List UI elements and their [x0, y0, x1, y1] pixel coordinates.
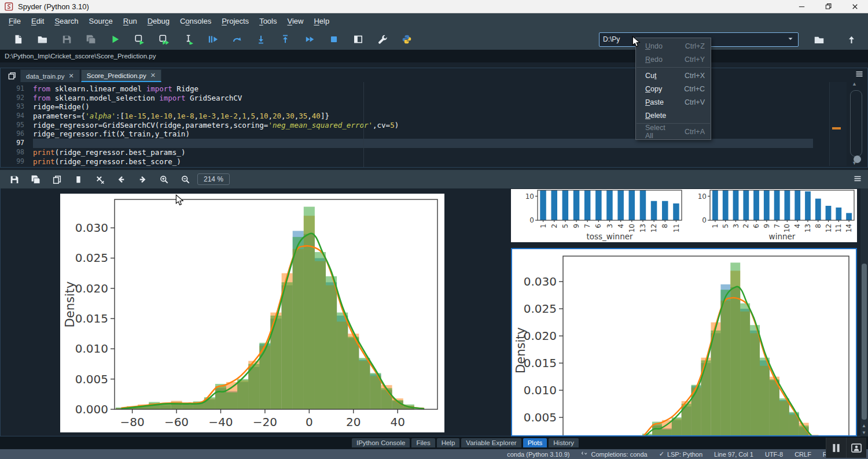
scroll-down-icon[interactable]: ▼ — [852, 160, 857, 166]
line-number: 91 — [1, 84, 33, 94]
menu-item-file[interactable]: File — [3, 15, 26, 27]
code-line-96[interactable]: 96ridge_regressor.fit(X_train,y_train) — [1, 129, 867, 139]
menu-item-help[interactable]: Help — [308, 15, 334, 27]
scroll-up-icon[interactable]: ▲ — [852, 81, 857, 87]
status-environment[interactable]: conda (Python 3.10.9) — [507, 451, 569, 458]
debug-step-into-button[interactable] — [249, 31, 273, 47]
minimize-button[interactable] — [788, 0, 815, 13]
pane-tab-files[interactable]: Files — [411, 438, 435, 447]
menu-item-consoles[interactable]: Consoles — [175, 15, 216, 27]
picture-viewer-icon[interactable] — [846, 438, 866, 458]
context-menu-item-paste[interactable]: PasteCtrl+V — [636, 95, 711, 109]
menu-item-view[interactable]: View — [282, 15, 308, 27]
context-menu-item-copy[interactable]: CopyCtrl+C — [636, 82, 711, 95]
menu-item-projects[interactable]: Projects — [216, 15, 254, 27]
svg-text:0: 0 — [702, 216, 707, 224]
scroll-up-icon[interactable]: ▲ — [862, 423, 866, 428]
svg-text:3: 3 — [606, 224, 614, 228]
debug-step-return-button[interactable] — [273, 31, 297, 47]
pane-tab-history[interactable]: History — [549, 438, 579, 447]
pause-icon[interactable] — [826, 438, 846, 458]
code-line-92[interactable]: 92from sklearn.model_selection import Gr… — [1, 94, 867, 103]
copy-plot-button[interactable] — [46, 172, 68, 187]
tab-Score-Prediction[interactable]: Score_Prediction.py✕ — [81, 69, 161, 82]
save-all-button[interactable] — [79, 31, 103, 47]
code-line-99[interactable]: 99print(ridge_regressor.best_score_) — [1, 157, 867, 166]
editor-options-button[interactable] — [855, 69, 864, 81]
context-menu: UndoCtrl+ZRedoCtrl+YCutCtrl+XCopyCtrl+CP… — [635, 38, 711, 140]
menu-item-tools[interactable]: Tools — [254, 15, 282, 27]
previous-plot-button[interactable] — [111, 172, 132, 187]
run-selection-button[interactable] — [176, 31, 200, 47]
thumbnails-scrollbar[interactable]: ▲ ▼ — [860, 188, 868, 436]
remove-all-plots-button[interactable] — [89, 172, 111, 187]
close-icon[interactable]: ✕ — [150, 72, 156, 79]
open-directory-button[interactable] — [807, 31, 831, 47]
thumbnail-toss-winner[interactable]: 01012597634101312811toss_winner — [521, 189, 685, 245]
tab-data-train[interactable]: data_train.py✕ — [20, 69, 80, 82]
code-text — [33, 139, 813, 148]
zoom-in-button[interactable] — [153, 172, 175, 187]
close-button[interactable] — [841, 0, 868, 13]
context-menu-item-cut[interactable]: CutCtrl+X — [636, 69, 711, 82]
run-cell-button[interactable] — [127, 31, 152, 47]
debug-stop-button[interactable] — [322, 31, 346, 47]
editor-scrollbar[interactable]: ▲ ▼ — [849, 83, 863, 164]
debug-step-over-button[interactable] — [225, 31, 249, 47]
maximize-pane-button[interactable] — [346, 31, 370, 47]
menu-item-edit[interactable]: Edit — [26, 15, 49, 27]
close-icon[interactable]: ✕ — [69, 72, 74, 80]
code-line-98[interactable]: 98print(ridge_regressor.best_params_) — [1, 148, 867, 157]
debug-file-button[interactable] — [200, 31, 225, 47]
pane-tab-help[interactable]: Help — [437, 438, 460, 447]
pane-tab-ipython-console[interactable]: IPython Console — [352, 438, 410, 447]
status-completions[interactable]: Completions: conda — [581, 450, 647, 458]
python-path-manager-button[interactable] — [395, 31, 419, 47]
run-file-button[interactable] — [103, 31, 127, 47]
thumbnail-density-selected[interactable]: 0.0000.0050.0100.0150.0200.0250.030−80−6… — [511, 248, 857, 436]
menu-item-debug[interactable]: Debug — [142, 15, 175, 27]
next-plot-button[interactable] — [132, 172, 153, 187]
debug-continue-button[interactable] — [297, 31, 322, 47]
zoom-out-button[interactable] — [175, 172, 196, 187]
browse-tabs-button[interactable] — [3, 69, 20, 82]
code-line-93[interactable]: 93ridge=Ridge() — [1, 102, 867, 112]
thumbnail-winner[interactable]: 0101532697104138121114winner — [694, 189, 857, 245]
code-editor[interactable]: 91from sklearn.linear_model import Ridge… — [1, 82, 867, 167]
open-file-button[interactable] — [30, 31, 54, 47]
preferences-button[interactable] — [370, 31, 395, 47]
editor-pane: data_train.py✕Score_Prediction.py✕ 91fro… — [0, 68, 868, 168]
menu-item-label: Paste — [645, 98, 664, 106]
chevron-down-icon[interactable] — [786, 35, 795, 45]
svg-text:−20: −20 — [253, 415, 277, 429]
plots-options-button[interactable] — [851, 170, 865, 187]
code-line-91[interactable]: 91from sklearn.linear_model import Ridge — [1, 84, 867, 94]
svg-text:0.005: 0.005 — [524, 410, 557, 424]
pane-tab-variable-explorer[interactable]: Variable Explorer — [461, 438, 521, 447]
svg-text:12: 12 — [825, 224, 833, 232]
save-file-button[interactable] — [54, 31, 79, 47]
context-menu-item-delete[interactable]: Delete — [636, 109, 711, 122]
status-lsp[interactable]: ✓LSP: Python — [659, 450, 703, 458]
svg-text:6: 6 — [752, 224, 760, 228]
run-cell-advance-button[interactable] — [152, 31, 176, 47]
scrollbar-track[interactable] — [850, 90, 862, 157]
pane-tab-plots[interactable]: Plots — [523, 438, 547, 447]
menu-item-run[interactable]: Run — [118, 15, 142, 27]
new-file-button[interactable] — [6, 31, 30, 47]
code-line-97[interactable]: 97 — [1, 139, 867, 148]
save-all-plots-button[interactable] — [25, 172, 46, 187]
restore-button[interactable] — [815, 0, 841, 13]
menu-item-source[interactable]: Source — [84, 15, 118, 27]
density-plot-main-view[interactable]: 0.0000.0050.0100.0150.0200.0250.030−80−6… — [60, 194, 444, 432]
code-line-94[interactable]: 94parameters={'alpha':[1e-15,1e-10,1e-8,… — [1, 112, 867, 121]
thumbnails-scrollbar-thumb[interactable] — [862, 264, 867, 420]
scroll-down-icon[interactable]: ▼ — [862, 430, 866, 435]
save-plot-button[interactable] — [3, 172, 25, 187]
remove-plot-button[interactable] — [68, 172, 89, 187]
parent-directory-button[interactable] — [839, 31, 863, 47]
code-line-95[interactable]: 95ridge_regressor=GridSearchCV(ridge,par… — [1, 121, 867, 130]
file-path: D:\Python_Imp\Cricket_sscore\Score_Predi… — [5, 53, 156, 60]
menu-item-search[interactable]: Search — [49, 15, 83, 27]
svg-text:0.000: 0.000 — [75, 402, 108, 416]
